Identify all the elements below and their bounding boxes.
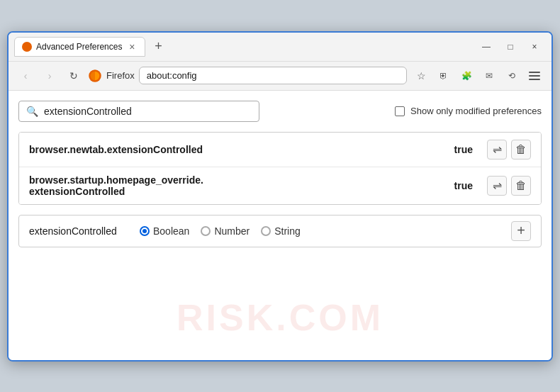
- type-radio-group: Boolean Number String: [140, 225, 500, 237]
- radio-label-boolean: Boolean: [153, 225, 189, 237]
- swap-icon-1: ⇌: [493, 142, 502, 156]
- menu-button[interactable]: [525, 66, 544, 86]
- nav-bar: ‹ › ↻ Firefox about:config ☆ ⛨ 🧩: [9, 62, 551, 91]
- menu-icon-2: [529, 75, 540, 77]
- results-table: browser.newtab.extensionControlled true …: [18, 132, 542, 205]
- trash-icon-1: 🗑: [515, 143, 527, 156]
- forward-button[interactable]: ›: [40, 66, 60, 86]
- delete-button-1[interactable]: 🗑: [511, 140, 531, 159]
- watermark: RISK.COM: [177, 296, 383, 339]
- search-icon: 🔍: [26, 106, 38, 117]
- pref-name-2-line2: extensionControlled: [29, 186, 125, 197]
- address-text: about:config: [147, 70, 399, 81]
- refresh-button[interactable]: ↻: [64, 66, 84, 86]
- restore-button[interactable]: □: [499, 38, 522, 55]
- new-tab-button[interactable]: +: [148, 37, 168, 57]
- trash-icon-2: 🗑: [515, 179, 527, 192]
- window-controls: — □ ×: [475, 38, 546, 55]
- extension-icon: 🧩: [461, 71, 472, 81]
- radio-label-string: String: [274, 225, 301, 237]
- toggle-button-2[interactable]: ⇌: [487, 176, 507, 196]
- show-modified-label: Show only modified preferences: [410, 106, 542, 116]
- add-button[interactable]: +: [511, 221, 531, 241]
- address-bar[interactable]: about:config: [139, 67, 407, 84]
- radio-circle-number: [201, 226, 211, 236]
- pref-name-2: browser.startup.homepage_override. exten…: [29, 174, 447, 197]
- row-actions-1: ⇌ 🗑: [487, 140, 531, 159]
- firefox-logo: [88, 69, 102, 83]
- bookmark-button[interactable]: ☆: [411, 66, 431, 86]
- content-area: 🔍 Show only modified preferences browser…: [9, 91, 551, 360]
- title-bar: Advanced Preferences × + — □ ×: [9, 33, 551, 62]
- tab-title: Advanced Preferences: [36, 42, 122, 52]
- search-box: 🔍: [18, 101, 259, 122]
- extension-button[interactable]: 🧩: [457, 66, 476, 86]
- radio-string[interactable]: String: [261, 225, 301, 237]
- new-pref-name: extensionControlled: [29, 225, 128, 237]
- search-input[interactable]: [44, 106, 252, 117]
- menu-icon-3: [529, 79, 540, 80]
- refresh-icon: ↻: [69, 70, 78, 82]
- radio-boolean[interactable]: Boolean: [140, 225, 189, 237]
- add-preference-row: extensionControlled Boolean Number Strin…: [18, 215, 542, 247]
- show-modified-row: Show only modified preferences: [395, 106, 542, 116]
- menu-icon: [529, 72, 540, 73]
- bookmark-icon: ☆: [417, 70, 426, 82]
- radio-label-number: Number: [214, 225, 250, 237]
- pref-value-2: true: [454, 180, 473, 191]
- forward-icon: ›: [48, 70, 52, 82]
- tab-close-button[interactable]: ×: [126, 41, 138, 52]
- show-modified-checkbox[interactable]: [395, 106, 405, 116]
- pocket-icon: ⛨: [439, 71, 448, 81]
- row-actions-2: ⇌ 🗑: [487, 176, 531, 196]
- sync-button[interactable]: ⟲: [502, 66, 522, 86]
- nav-icons: ☆ ⛨ 🧩 ✉ ⟲: [411, 66, 544, 86]
- pref-name-2-line1: browser.startup.homepage_override.: [29, 174, 203, 186]
- back-button[interactable]: ‹: [16, 66, 35, 86]
- toggle-button-1[interactable]: ⇌: [487, 140, 507, 159]
- mail-button[interactable]: ✉: [479, 66, 499, 86]
- pref-value-1: true: [454, 144, 473, 155]
- swap-icon-2: ⇌: [493, 179, 502, 192]
- browser-name-label: Firefox: [106, 70, 135, 81]
- pref-name-1: browser.newtab.extensionControlled: [29, 144, 447, 155]
- radio-circle-string: [261, 226, 271, 236]
- pocket-button[interactable]: ⛨: [434, 66, 454, 86]
- sync-icon: ⟲: [508, 71, 515, 81]
- close-button[interactable]: ×: [523, 38, 546, 55]
- radio-number[interactable]: Number: [201, 225, 250, 237]
- radio-circle-boolean: [140, 226, 150, 236]
- mail-icon: ✉: [486, 71, 493, 81]
- table-row: browser.newtab.extensionControlled true …: [19, 133, 541, 167]
- minimize-button[interactable]: —: [475, 38, 498, 55]
- search-row: 🔍 Show only modified preferences: [18, 101, 542, 122]
- browser-window: Advanced Preferences × + — □ × ‹ › ↻ Fir…: [7, 31, 553, 362]
- browser-tab[interactable]: Advanced Preferences ×: [14, 37, 145, 57]
- tab-favicon: [22, 42, 32, 52]
- back-icon: ‹: [24, 70, 28, 82]
- delete-button-2[interactable]: 🗑: [511, 176, 531, 196]
- table-row: browser.startup.homepage_override. exten…: [19, 167, 541, 204]
